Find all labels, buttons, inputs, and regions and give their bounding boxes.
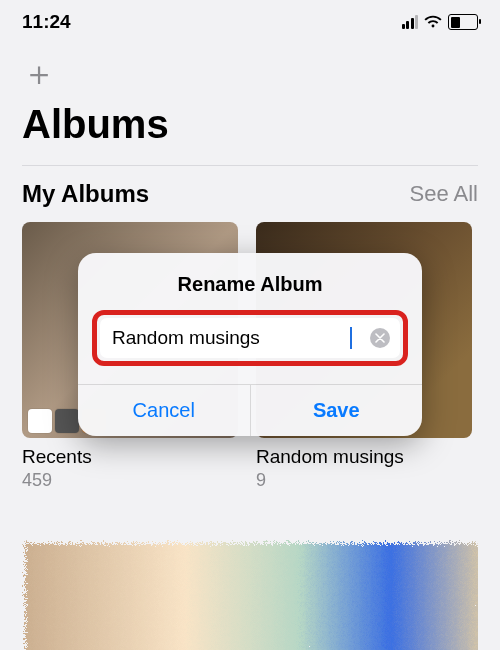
- battery-icon: [448, 14, 478, 30]
- status-indicators: [402, 14, 479, 30]
- album-name-field[interactable]: [100, 318, 400, 358]
- section-title: My Albums: [22, 180, 149, 208]
- status-time: 11:24: [22, 11, 71, 33]
- see-all-link[interactable]: See All: [410, 181, 479, 207]
- svg-rect-0: [22, 540, 478, 650]
- clear-text-icon[interactable]: [370, 328, 390, 348]
- annotation-highlight: [92, 310, 408, 366]
- cancel-button[interactable]: Cancel: [78, 385, 251, 436]
- rename-album-dialog: Rename Album Cancel Save: [78, 253, 422, 436]
- divider: [22, 165, 478, 166]
- album-name: Random musings: [256, 446, 472, 468]
- page-title: Albums: [22, 102, 478, 147]
- save-button[interactable]: Save: [251, 385, 423, 436]
- bottom-preview-strip: [22, 540, 478, 650]
- album-count: 459: [22, 470, 238, 491]
- wifi-icon: [424, 15, 442, 29]
- add-album-button[interactable]: ＋: [22, 56, 478, 90]
- album-name-input[interactable]: [110, 326, 351, 350]
- cellular-signal-icon: [402, 15, 419, 29]
- album-count: 9: [256, 470, 472, 491]
- status-bar: 11:24: [22, 0, 478, 44]
- album-name: Recents: [22, 446, 238, 468]
- dialog-title: Rename Album: [78, 253, 422, 310]
